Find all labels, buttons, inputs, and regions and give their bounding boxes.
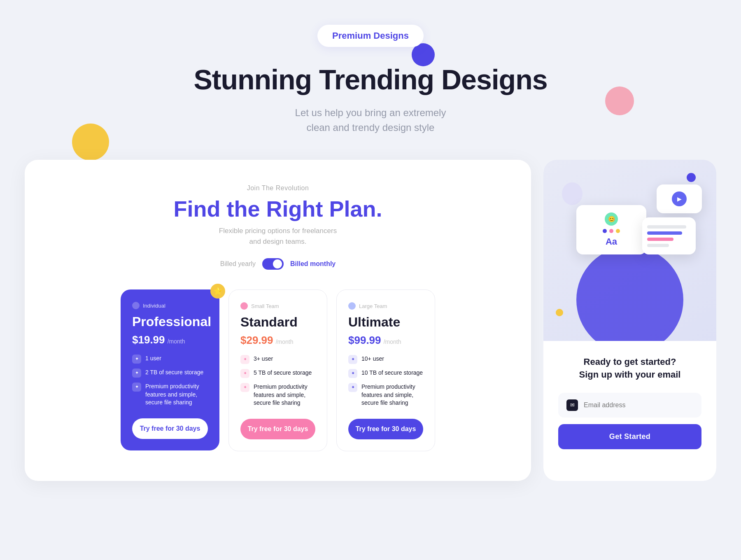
panel-description: Flexible pricing options for freelancers…	[200, 226, 356, 247]
plan-0-cta-button[interactable]: Try free for 30 days	[132, 418, 208, 439]
illus-dots-row	[603, 229, 620, 233]
card-tag-ultimate: Large Team	[348, 302, 423, 310]
panel-desc-line1: Flexible pricing options for freelancers	[219, 227, 337, 235]
toggle-track[interactable]	[262, 258, 284, 270]
email-icon: ✉	[566, 399, 578, 411]
plan-2-feature-0: 10+ user	[361, 355, 384, 363]
signup-ready-line1: Ready to get started?	[584, 357, 676, 367]
signup-ready-text: Ready to get started? Sign up with your …	[558, 356, 701, 381]
tag-dot-standard	[240, 302, 248, 310]
feature-icon: ✦	[348, 355, 357, 364]
panel-title-highlight: Right Plan.	[266, 196, 382, 221]
cline-gray-2	[647, 244, 669, 247]
plan-0-tag: Individual	[143, 303, 165, 309]
plan-2-feature-1: 10 TB of secure storage	[361, 369, 423, 377]
dot-yellow	[616, 229, 620, 233]
plan-0-price: $19.99 /month	[132, 334, 208, 346]
dot-blue	[603, 229, 607, 233]
subtitle-line2: clean and trendy design style	[307, 122, 435, 133]
plan-1-price: $29.99 /month	[240, 334, 315, 347]
plan-0-feature-2: Premium productivity features and simple…	[145, 383, 208, 407]
subtitle-line1: Let us help you bring an extremely	[295, 107, 446, 118]
tag-dot-professional	[132, 302, 140, 309]
plan-1-name: Standard	[240, 315, 315, 330]
plan-0-name: Professional	[132, 314, 208, 329]
feature-item: ✦ 10+ user	[348, 355, 423, 364]
plan-2-feature-2: Premium productivity features and simple…	[361, 383, 423, 407]
signup-illustration: 😊 Aa	[543, 160, 716, 341]
illus-dot-blue	[687, 173, 696, 182]
panel-title-plain: Find the	[174, 196, 266, 221]
feature-icon: ✦	[240, 383, 249, 392]
illus-card-video: ▶	[657, 184, 702, 213]
feature-item: ✦ Premium productivity features and simp…	[348, 383, 423, 407]
plan-2-period: /month	[384, 338, 401, 345]
plan-0-feature-1: 2 TB of secure storage	[145, 369, 203, 377]
feature-icon: ✦	[132, 369, 141, 378]
avatar: 😊	[605, 212, 618, 226]
sub-title: Let us help you bring an extremely clean…	[0, 105, 741, 135]
card-tag-professional: Individual	[132, 302, 208, 309]
pricing-cards: ⭐ Individual Professional $19.99 /month …	[48, 289, 508, 451]
plan-1-cta-button[interactable]: Try free for 30 days	[240, 419, 315, 439]
main-illus-inner: 😊 Aa	[599, 208, 624, 251]
feature-item: ✦ 10 TB of secure storage	[348, 369, 423, 378]
plan-0-feature-0: 1 user	[145, 355, 161, 363]
feature-icon: ✦	[132, 355, 141, 364]
header-section: Premium Designs Stunning Trending Design…	[0, 0, 741, 135]
plan-0-period: /month	[168, 338, 185, 345]
content-row: Join The Revolution Find the Right Plan.…	[25, 160, 716, 481]
plan-1-tag: Small Team	[251, 303, 279, 309]
plan-0-features: ✦ 1 user ✦ 2 TB of secure storage ✦ Prem…	[132, 355, 208, 407]
page-wrapper: Premium Designs Stunning Trending Design…	[0, 0, 741, 560]
tag-dot-ultimate	[348, 302, 356, 310]
billing-yearly-label: Billed yearly	[220, 260, 256, 268]
plan-1-feature-2: Premium productivity features and simple…	[254, 383, 315, 407]
get-started-button[interactable]: Get Started	[558, 424, 701, 449]
signup-panel: 😊 Aa	[543, 160, 716, 481]
cline-pink	[647, 238, 673, 241]
card-lines	[647, 225, 691, 247]
feature-item: ✦ 5 TB of secure storage	[240, 369, 315, 378]
plan-2-price: $99.99 /month	[348, 334, 423, 347]
dot-pink	[609, 229, 613, 233]
plan-2-features: ✦ 10+ user ✦ 10 TB of secure storage ✦ P…	[348, 355, 423, 407]
panel-title: Find the Right Plan.	[48, 196, 508, 222]
pricing-panel: Join The Revolution Find the Right Plan.…	[25, 160, 531, 481]
feature-icon: ✦	[132, 383, 141, 392]
plan-1-feature-0: 3+ user	[254, 355, 273, 363]
feature-item: ✦ 3+ user	[240, 355, 315, 364]
star-badge: ⭐	[210, 284, 225, 299]
card-ultimate: Large Team Ultimate $99.99 /month ✦ 10+ …	[336, 289, 435, 451]
illus-blob	[562, 182, 583, 205]
panel-desc-line2: and design teams.	[249, 238, 307, 245]
billing-toggle[interactable]: Billed yearly Billed monthly	[48, 258, 508, 270]
plan-2-price-main: $99.99	[348, 334, 381, 346]
plan-2-name: Ultimate	[348, 315, 423, 330]
card-professional: ⭐ Individual Professional $19.99 /month …	[121, 289, 219, 450]
panel-subtitle: Join The Revolution	[48, 184, 508, 192]
email-input-wrap[interactable]: ✉	[558, 393, 701, 418]
feature-item: ✦ 1 user	[132, 355, 208, 364]
illus-dot-yellow	[556, 309, 563, 316]
feature-item: ✦ Premium productivity features and simp…	[132, 383, 208, 407]
video-play-icon: ▶	[672, 191, 687, 206]
illus-card-text	[642, 217, 696, 254]
feature-item: ✦ Premium productivity features and simp…	[240, 383, 315, 407]
cline-purple	[647, 231, 682, 235]
billing-monthly-label: Billed monthly	[290, 260, 336, 268]
plan-2-tag: Large Team	[359, 303, 387, 309]
signup-ready-line2: Sign up with your email	[579, 369, 681, 380]
illus-card-main: 😊 Aa	[576, 205, 646, 254]
card-tag-standard: Small Team	[240, 302, 315, 310]
email-input[interactable]	[584, 401, 693, 409]
plan-1-price-main: $29.99	[240, 334, 273, 346]
signup-form: Ready to get started? Sign up with your …	[543, 341, 716, 481]
feature-icon: ✦	[240, 369, 249, 378]
plan-2-cta-button[interactable]: Try free for 30 days	[348, 419, 423, 439]
plan-1-feature-1: 5 TB of secure storage	[254, 369, 312, 377]
feature-icon: ✦	[348, 369, 357, 378]
card-standard: Small Team Standard $29.99 /month ✦ 3+ u…	[228, 289, 327, 451]
cline-gray-1	[647, 225, 686, 229]
toggle-thumb	[273, 259, 282, 268]
